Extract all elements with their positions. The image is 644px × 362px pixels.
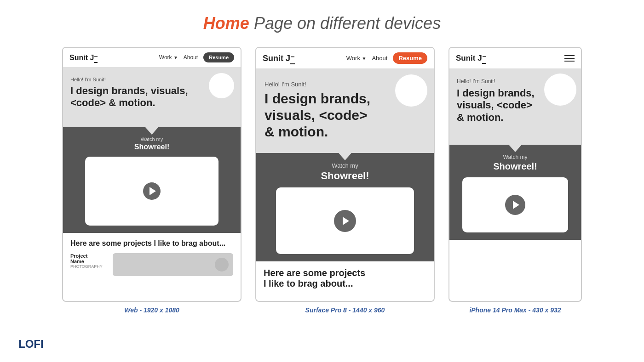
iphone-frame: Sunit J⁻ Hello! I'm Sunit! I design bran… bbox=[448, 47, 582, 302]
surface-device-wrapper: Sunit J⁻ Work ▼ About Resume Hello! I'm … bbox=[255, 47, 435, 314]
web-logo-text: Sunit J bbox=[69, 54, 94, 62]
web-video-box[interactable] bbox=[85, 157, 218, 226]
surface-navbar: Sunit J⁻ Work ▼ About Resume bbox=[256, 48, 434, 69]
surface-logo: Sunit J⁻ bbox=[263, 53, 341, 63]
surface-showreel: Watch my Showreel! bbox=[256, 153, 434, 261]
surface-projects: Here are some projectsI like to brag abo… bbox=[256, 261, 434, 301]
web-projects: Here are some projects I like to brag ab… bbox=[63, 233, 241, 286]
web-frame: Sunit J⁻ Work ▼ About Resume Hello! I'm … bbox=[62, 47, 242, 302]
iphone-logo: Sunit J⁻ bbox=[456, 53, 559, 63]
surface-avatar bbox=[395, 74, 427, 107]
hamburger-menu-icon[interactable] bbox=[564, 55, 575, 62]
iphone-device-wrapper: Sunit J⁻ Hello! I'm Sunit! I design bran… bbox=[448, 47, 582, 314]
chevron-down-icon: ▼ bbox=[362, 56, 367, 61]
web-project-info: ProjectName PHOTOGRAPHY bbox=[70, 253, 107, 269]
hamburger-line-2 bbox=[564, 58, 575, 59]
surface-projects-heading: Here are some projectsI like to brag abo… bbox=[264, 268, 426, 289]
surface-showreel-title: Showreel! bbox=[261, 170, 429, 182]
iphone-avatar bbox=[544, 74, 576, 106]
web-project-thumb-circle bbox=[215, 258, 229, 272]
web-logo-underline: ⁻ bbox=[94, 54, 98, 63]
web-showreel: Watch my Showreel! bbox=[63, 127, 241, 233]
surface-logo-underline: ⁻ bbox=[290, 54, 295, 64]
chevron-down-icon: ▼ bbox=[173, 55, 178, 60]
iphone-navbar: Sunit J⁻ bbox=[449, 48, 581, 69]
web-nav-work[interactable]: Work ▼ bbox=[159, 54, 178, 61]
web-device-wrapper: Sunit J⁻ Work ▼ About Resume Hello! I'm … bbox=[62, 47, 242, 314]
web-projects-heading: Here are some projects I like to brag ab… bbox=[70, 239, 233, 248]
surface-hero: Hello! I'm Sunit! I design brands,visual… bbox=[256, 69, 434, 153]
iphone-showreel-label: Watch my bbox=[454, 154, 576, 160]
web-project-thumb bbox=[113, 253, 233, 276]
web-nav-about[interactable]: About bbox=[184, 54, 198, 61]
hamburger-line-1 bbox=[564, 55, 575, 56]
iphone-showreel: Watch my Showreel! bbox=[449, 145, 581, 240]
web-project-name: ProjectName bbox=[70, 253, 107, 264]
surface-device-label: Surface Pro 8 - 1440 x 960 bbox=[305, 306, 385, 314]
surface-logo-text: Sunit J bbox=[263, 54, 290, 63]
web-hero: Hello! I'm Sunit! I design brands, visua… bbox=[63, 68, 241, 127]
lofi-badge: LOFI bbox=[18, 338, 44, 351]
page-title: Home Page on different devices bbox=[203, 14, 441, 33]
web-resume-button[interactable]: Resume bbox=[203, 52, 234, 62]
play-button[interactable] bbox=[143, 182, 161, 200]
iphone-video-box[interactable] bbox=[462, 177, 568, 232]
web-navbar: Sunit J⁻ Work ▼ About Resume bbox=[63, 48, 241, 68]
page-title-home: Home bbox=[203, 14, 249, 33]
iphone-logo-text: Sunit J bbox=[456, 54, 482, 62]
surface-nav-work[interactable]: Work ▼ bbox=[346, 55, 367, 62]
down-arrow-icon bbox=[145, 127, 158, 135]
surface-nav-about[interactable]: About bbox=[372, 55, 387, 62]
surface-play-button[interactable] bbox=[334, 210, 356, 232]
lofi-text: LOFI bbox=[18, 338, 44, 350]
iphone-hero: Hello! I'm Sunit! I design brands,visual… bbox=[449, 69, 581, 145]
iphone-logo-underline: ⁻ bbox=[482, 54, 486, 64]
web-project-category: PHOTOGRAPHY bbox=[70, 264, 107, 269]
web-hero-greeting: Hello! I'm Sunit! bbox=[70, 77, 233, 82]
web-showreel-title: Showreel! bbox=[68, 143, 236, 151]
web-device-label: Web - 1920 x 1080 bbox=[124, 306, 179, 314]
hamburger-line-3 bbox=[564, 61, 575, 62]
iphone-play-button[interactable] bbox=[505, 195, 525, 215]
iphone-device-label: iPhone 14 Pro Max - 430 x 932 bbox=[469, 306, 561, 314]
surface-frame: Sunit J⁻ Work ▼ About Resume Hello! I'm … bbox=[255, 47, 435, 302]
web-logo: Sunit J⁻ bbox=[69, 53, 154, 62]
web-showreel-label: Watch my bbox=[68, 136, 236, 142]
surface-resume-button[interactable]: Resume bbox=[393, 52, 427, 64]
iphone-down-arrow-icon bbox=[509, 145, 522, 152]
surface-showreel-label: Watch my bbox=[261, 162, 429, 169]
page-title-rest: Page on different devices bbox=[249, 14, 441, 33]
surface-video-box[interactable] bbox=[276, 187, 414, 254]
web-avatar bbox=[209, 73, 234, 98]
web-project-row: ProjectName PHOTOGRAPHY bbox=[70, 253, 233, 276]
devices-container: Sunit J⁻ Work ▼ About Resume Hello! I'm … bbox=[18, 47, 626, 314]
iphone-showreel-title: Showreel! bbox=[454, 161, 576, 172]
surface-down-arrow-icon bbox=[339, 153, 351, 160]
